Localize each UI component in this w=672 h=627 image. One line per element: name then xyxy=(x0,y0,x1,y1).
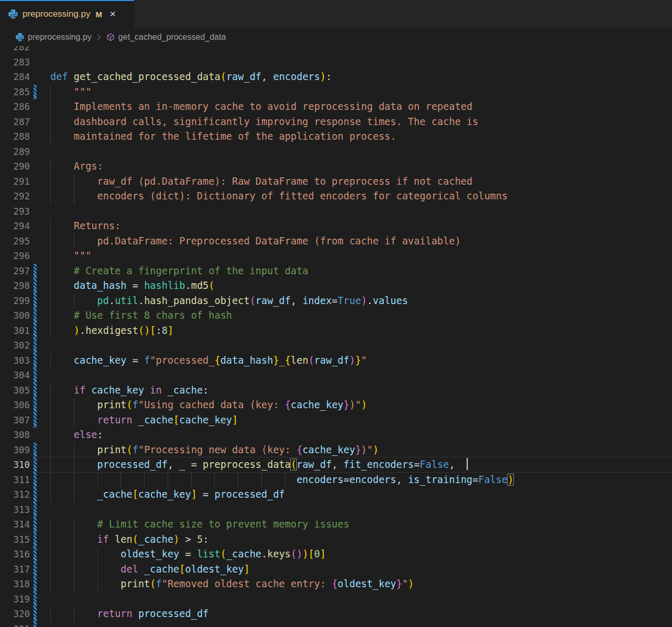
line-number[interactable]: 310 xyxy=(0,457,30,473)
line-number[interactable]: 302 xyxy=(0,338,30,353)
line-number[interactable]: 307 xyxy=(0,413,30,428)
line-number[interactable]: 292 xyxy=(0,189,30,204)
token: ( xyxy=(291,459,296,470)
token: data_hash xyxy=(74,280,127,291)
line-number[interactable]: 317 xyxy=(0,562,30,577)
code-line[interactable]: 283 xyxy=(0,55,672,70)
line-number[interactable]: 308 xyxy=(0,428,30,443)
code-line[interactable]: 321 xyxy=(0,622,672,627)
line-number[interactable]: 306 xyxy=(0,398,30,413)
line-number[interactable]: 304 xyxy=(0,368,30,383)
tab-preprocessing-py[interactable]: preprocessing.py M ✕ xyxy=(0,0,134,28)
code-line[interactable]: 311 encoders=encoders, is_training=False… xyxy=(0,473,672,488)
token: raw_df (pd.DataFrame): Raw DataFrame to … xyxy=(97,176,472,187)
line-number[interactable]: 294 xyxy=(0,219,30,234)
code-line[interactable]: 308 else: xyxy=(0,428,672,443)
line-number[interactable]: 284 xyxy=(0,70,30,85)
line-number[interactable]: 318 xyxy=(0,577,30,592)
code-line[interactable]: 285 """ xyxy=(0,85,672,100)
line-number[interactable]: 288 xyxy=(0,129,30,144)
code-line[interactable]: 296 """ xyxy=(0,249,672,264)
token: len xyxy=(115,534,133,545)
line-number[interactable]: 316 xyxy=(0,547,30,562)
code-line[interactable]: 309 print(f"Processing new data (key: {c… xyxy=(0,443,672,458)
code-line[interactable]: 289 xyxy=(0,144,672,160)
line-number[interactable]: 296 xyxy=(0,249,30,264)
code-line[interactable]: 286 Implements an in-memory cache to avo… xyxy=(0,99,672,115)
indent-guide xyxy=(50,99,51,115)
code-line[interactable]: 288 maintained for the lifetime of the a… xyxy=(0,129,672,144)
code-line[interactable]: 303 cache_key = f"processed_{data_hash}_… xyxy=(0,353,672,368)
code-line[interactable]: 287 dashboard calls, significantly impro… xyxy=(0,115,672,130)
line-number[interactable]: 297 xyxy=(0,264,30,279)
code-line[interactable]: 307 return _cache[cache_key] xyxy=(0,413,672,428)
line-number[interactable]: 299 xyxy=(0,294,30,309)
code-line[interactable]: 300 # Use first 8 chars of hash xyxy=(0,308,672,323)
code-line[interactable]: 313 xyxy=(0,502,672,518)
line-number[interactable]: 289 xyxy=(0,144,30,160)
code-line[interactable]: 316 oldest_key = list(_cache.keys())[0] xyxy=(0,547,672,562)
token: raw_df xyxy=(256,295,291,306)
code-line[interactable]: 312 _cache[cache_key] = processed_df xyxy=(0,487,672,502)
line-number[interactable]: 301 xyxy=(0,323,30,339)
code-line[interactable]: 315 if len(_cache) > 5: xyxy=(0,532,672,547)
line-number[interactable]: 305 xyxy=(0,383,30,398)
line-number[interactable]: 290 xyxy=(0,159,30,174)
token: : xyxy=(203,385,208,396)
line-number[interactable]: 287 xyxy=(0,115,30,130)
code-line[interactable]: 295 pd.DataFrame: Preprocessed DataFrame… xyxy=(0,234,672,249)
breadcrumb-item-file[interactable]: preprocessing.py xyxy=(16,32,92,42)
code-line[interactable]: 306 print(f"Using cached data (key: {cac… xyxy=(0,398,672,413)
line-number[interactable]: 315 xyxy=(0,532,30,547)
code-line[interactable]: 293 xyxy=(0,204,672,219)
line-number[interactable]: 298 xyxy=(0,278,30,294)
code-line[interactable]: 301 ).hexdigest()[:8] xyxy=(0,323,672,339)
line-number[interactable]: 300 xyxy=(0,308,30,323)
code-line[interactable]: 284def get_cached_processed_data(raw_df,… xyxy=(0,70,672,85)
code-line[interactable]: 314 # Limit cache size to prevent memory… xyxy=(0,517,672,532)
code-line[interactable]: 299 pd.util.hash_pandas_object(raw_df, i… xyxy=(0,294,672,309)
line-number[interactable]: 311 xyxy=(0,473,30,488)
line-number[interactable]: 293 xyxy=(0,204,30,219)
code-line[interactable]: 318 print(f"Removed oldest cache entry: … xyxy=(0,577,672,592)
line-number[interactable]: 291 xyxy=(0,174,30,189)
line-number[interactable]: 303 xyxy=(0,353,30,368)
indent-guide xyxy=(144,473,145,488)
line-number[interactable]: 314 xyxy=(0,517,30,532)
close-icon[interactable]: ✕ xyxy=(109,9,116,19)
code-line[interactable]: 320 return processed_df xyxy=(0,607,672,622)
token: . xyxy=(261,548,267,559)
code-line[interactable]: 310 processed_df, _ = preprocess_data(ra… xyxy=(0,457,672,473)
git-modified-gutter-marker xyxy=(34,85,37,100)
code-line[interactable]: 304 xyxy=(0,368,672,383)
code-line[interactable]: 302 xyxy=(0,338,672,353)
token: oldest_key xyxy=(338,578,396,589)
line-number[interactable]: 285 xyxy=(0,85,30,100)
code-line[interactable]: 305 if cache_key in _cache: xyxy=(0,383,672,398)
token: maintained for the lifetime of the appli… xyxy=(74,131,396,142)
code-text: raw_df (pd.DataFrame): Raw DataFrame to … xyxy=(50,174,672,189)
line-number[interactable]: 319 xyxy=(0,592,30,607)
line-number[interactable]: 309 xyxy=(0,443,30,458)
code-line[interactable]: 290 Args: xyxy=(0,159,672,174)
code-line[interactable]: 294 Returns: xyxy=(0,219,672,234)
code-line[interactable]: 298 data_hash = hashlib.md5( xyxy=(0,278,672,294)
code-line[interactable]: 291 raw_df (pd.DataFrame): Raw DataFrame… xyxy=(0,174,672,189)
token: , xyxy=(168,459,179,470)
code-line[interactable]: 292 encoders (dict): Dictionary of fitte… xyxy=(0,189,672,204)
code-editor[interactable]: 282283284def get_cached_processed_data(r… xyxy=(0,40,672,627)
line-number[interactable]: 320 xyxy=(0,607,30,622)
token: : xyxy=(203,534,208,545)
code-line[interactable]: 317 del _cache[oldest_key] xyxy=(0,562,672,577)
line-number[interactable]: 286 xyxy=(0,99,30,115)
line-number[interactable]: 295 xyxy=(0,234,30,249)
token: _cache xyxy=(138,534,173,545)
line-number[interactable]: 283 xyxy=(0,55,30,70)
line-number[interactable]: 312 xyxy=(0,487,30,502)
code-line[interactable]: 319 xyxy=(0,592,672,607)
line-number[interactable]: 313 xyxy=(0,502,30,518)
line-number[interactable]: 321 xyxy=(0,622,30,627)
indent-guide xyxy=(50,174,51,189)
breadcrumb-item-symbol[interactable]: get_cached_processed_data xyxy=(106,32,226,42)
code-line[interactable]: 297 # Create a fingerprint of the input … xyxy=(0,264,672,279)
